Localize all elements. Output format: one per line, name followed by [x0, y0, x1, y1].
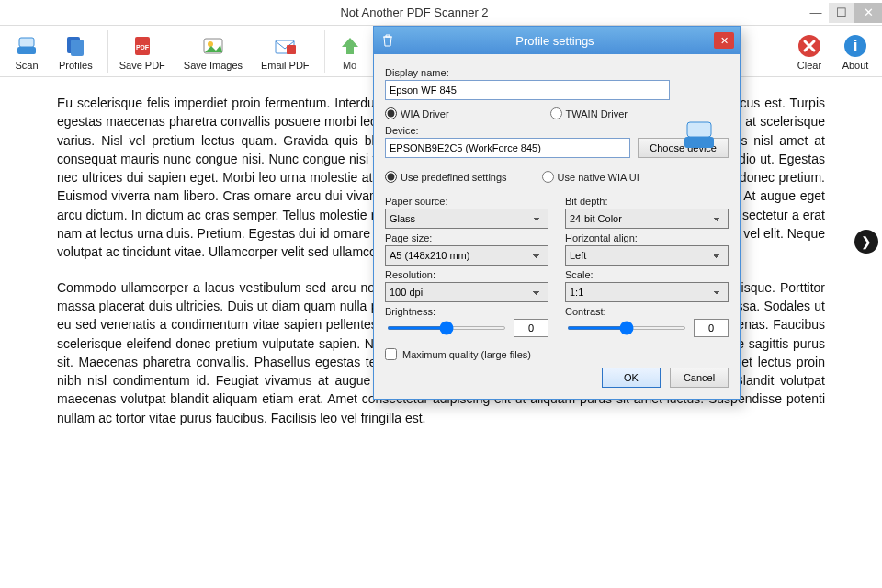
svg-rect-9 [287, 45, 296, 54]
bit-depth-label: Bit depth: [565, 196, 729, 207]
svg-rect-3 [71, 40, 84, 56]
brightness-label: Brightness: [385, 306, 548, 317]
move-up-button[interactable]: Mo [324, 30, 371, 73]
display-name-input[interactable] [385, 80, 670, 100]
window-close-button[interactable]: ✕ [854, 3, 882, 23]
page-size-select[interactable]: A5 (148x210 mm) [385, 245, 548, 266]
about-button[interactable]: i About [834, 30, 876, 73]
horizontal-align-label: Horizontal align: [565, 232, 729, 243]
profiles-button[interactable]: Profiles [51, 30, 100, 73]
brightness-slider[interactable] [387, 326, 506, 330]
twain-driver-radio[interactable]: TWAIN Driver [550, 107, 628, 119]
dialog-titlebar: Profile settings ✕ [374, 27, 740, 54]
image-icon [199, 32, 227, 60]
device-label: Device: [385, 125, 729, 136]
save-images-label: Save Images [184, 60, 243, 71]
contrast-label: Contrast: [565, 306, 729, 317]
arrow-up-icon [336, 32, 364, 60]
dialog-title: Profile settings [396, 34, 714, 48]
save-pdf-button[interactable]: PDF Save PDF [107, 30, 173, 73]
clear-button[interactable]: Clear [788, 30, 831, 73]
window-title: Not Another PDF Scanner 2 [26, 6, 803, 19]
chevron-right-icon: ❯ [861, 234, 872, 249]
svg-rect-14 [687, 122, 711, 137]
scanner-illustration-icon [681, 117, 718, 153]
clear-icon [796, 32, 823, 60]
pdf-icon: PDF [129, 32, 156, 60]
scan-label: Scan [15, 60, 38, 71]
scanner-icon [13, 32, 40, 60]
svg-point-7 [208, 41, 213, 47]
scale-select[interactable]: 1:1 [565, 282, 729, 302]
paper-source-select[interactable]: Glass [385, 209, 548, 229]
svg-text:i: i [853, 37, 857, 55]
page-size-label: Page size: [385, 232, 548, 243]
ok-button[interactable]: OK [602, 368, 661, 388]
trash-icon [379, 34, 396, 47]
contrast-slider[interactable] [567, 326, 686, 330]
profiles-icon [62, 32, 89, 60]
contrast-value[interactable] [694, 319, 729, 337]
about-label: About [842, 60, 869, 71]
resolution-select[interactable]: 100 dpi [385, 282, 548, 302]
profiles-label: Profiles [59, 60, 93, 71]
brightness-value[interactable] [514, 319, 548, 337]
titlebar-app-icon [0, 0, 26, 26]
move-up-label: Mo [343, 60, 356, 71]
window-minimize-button[interactable]: — [803, 3, 829, 23]
scale-label: Scale: [565, 269, 729, 280]
svg-rect-0 [17, 47, 36, 54]
dialog-close-button[interactable]: ✕ [714, 32, 734, 49]
clear-label: Clear [797, 60, 821, 71]
cancel-button[interactable]: Cancel [670, 368, 729, 388]
window-titlebar: Not Another PDF Scanner 2 — ☐ ✕ [0, 0, 882, 26]
scan-button[interactable]: Scan [6, 30, 48, 73]
wia-driver-radio[interactable]: WIA Driver [385, 107, 449, 119]
info-icon: i [842, 32, 869, 60]
native-wia-radio[interactable]: Use native WIA UI [542, 171, 639, 183]
predefined-settings-radio[interactable]: Use predefined settings [385, 171, 507, 183]
resolution-label: Resolution: [385, 269, 548, 280]
close-icon: ✕ [720, 35, 729, 47]
window-maximize-button[interactable]: ☐ [829, 3, 854, 23]
next-page-button[interactable]: ❯ [854, 230, 878, 254]
bit-depth-select[interactable]: 24-bit Color [565, 209, 729, 229]
svg-text:PDF: PDF [136, 44, 150, 51]
svg-rect-1 [19, 38, 34, 47]
email-icon [271, 32, 299, 60]
profile-settings-dialog: Profile settings ✕ Display name: WIA Dri… [373, 26, 741, 400]
display-name-label: Display name: [385, 67, 729, 78]
email-pdf-label: Email PDF [261, 60, 310, 71]
save-images-button[interactable]: Save Images [176, 30, 250, 73]
horizontal-align-select[interactable]: Left [565, 245, 729, 266]
device-field [385, 138, 630, 158]
max-quality-checkbox[interactable]: Maximum quality (large files) [385, 348, 729, 360]
save-pdf-label: Save PDF [119, 60, 165, 71]
svg-rect-13 [684, 137, 714, 148]
paper-source-label: Paper source: [385, 196, 548, 207]
email-pdf-button[interactable]: Email PDF [254, 30, 317, 73]
